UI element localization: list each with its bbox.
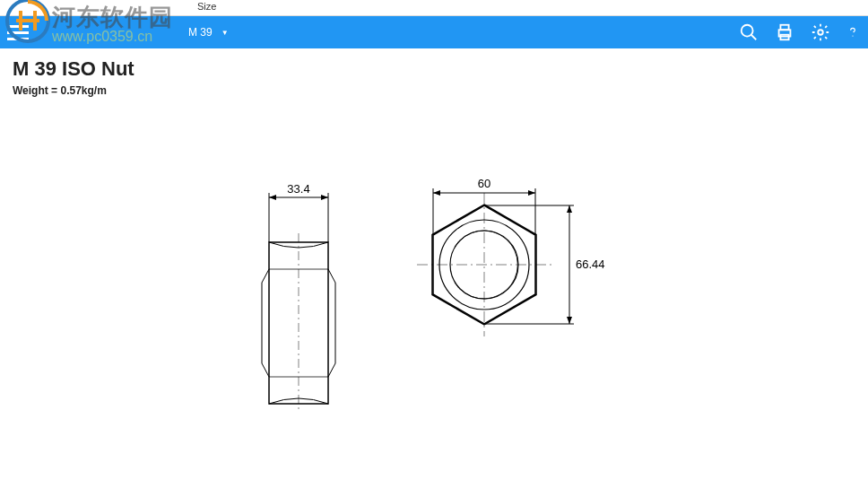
svg-marker-33 — [433, 190, 440, 196]
svg-line-16 — [262, 363, 269, 377]
svg-line-19 — [328, 363, 335, 377]
header-label-row: Size — [0, 0, 868, 16]
svg-marker-38 — [567, 205, 572, 213]
technical-drawing: 33.4 — [0, 108, 868, 467]
svg-point-0 — [742, 25, 753, 37]
size-column-label: Size — [197, 1, 216, 12]
dim-flat-width: 60 — [478, 177, 490, 190]
svg-point-5 — [818, 30, 823, 35]
print-icon[interactable] — [775, 22, 794, 42]
chevron-down-icon: ▼ — [221, 29, 229, 37]
svg-point-6 — [852, 36, 853, 37]
content-area: M 39 ISO Nut Weight = 0.57kg/m — [0, 48, 868, 106]
svg-marker-11 — [269, 195, 276, 200]
toolbar-right-group — [739, 22, 859, 42]
size-dropdown[interactable]: M 39 ▼ — [188, 26, 242, 39]
svg-marker-39 — [567, 317, 572, 324]
hamburger-menu-button[interactable] — [7, 22, 29, 43]
main-toolbar: M 39 ▼ — [0, 16, 868, 48]
dim-corner-height: 66.44 — [576, 257, 605, 271]
top-view: 60 66.44 — [417, 177, 605, 336]
toolbar-left-group: M 39 ▼ — [7, 22, 242, 43]
svg-line-1 — [751, 35, 757, 40]
page-title: M 39 ISO Nut — [13, 57, 855, 81]
svg-line-14 — [262, 269, 269, 283]
dim-side-width: 33.4 — [287, 182, 309, 196]
help-icon[interactable] — [846, 22, 859, 42]
svg-line-17 — [328, 269, 335, 283]
gear-icon[interactable] — [811, 22, 830, 42]
svg-marker-12 — [321, 195, 328, 200]
weight-value: 0.57kg/m — [60, 84, 106, 97]
svg-marker-34 — [528, 190, 535, 196]
weight-line: Weight = 0.57kg/m — [13, 84, 855, 97]
svg-rect-3 — [780, 25, 788, 31]
search-icon[interactable] — [739, 22, 759, 42]
weight-label: Weight = — [13, 84, 60, 97]
side-view: 33.4 — [262, 182, 335, 413]
size-dropdown-value: M 39 — [188, 26, 213, 39]
